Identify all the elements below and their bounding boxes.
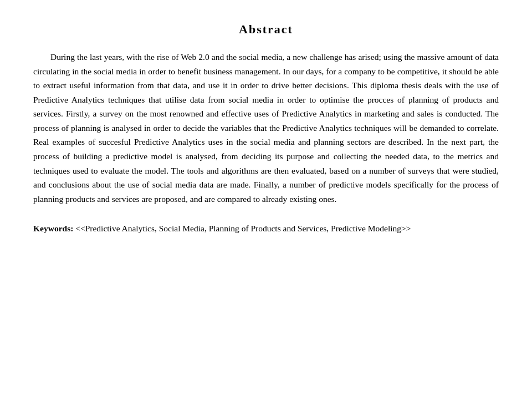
abstract-body: During the last years, with the rise of … xyxy=(33,50,499,206)
keywords-section: Keywords: <<Predictive Analytics, Social… xyxy=(33,221,499,236)
keywords-text: <<Predictive Analytics, Social Media, Pl… xyxy=(73,224,411,233)
abstract-paragraph-1: During the last years, with the rise of … xyxy=(33,50,499,206)
keywords-label: Keywords: xyxy=(33,224,73,233)
abstract-title: Abstract xyxy=(33,22,499,37)
page-container: Abstract During the last years, with the… xyxy=(33,22,499,236)
